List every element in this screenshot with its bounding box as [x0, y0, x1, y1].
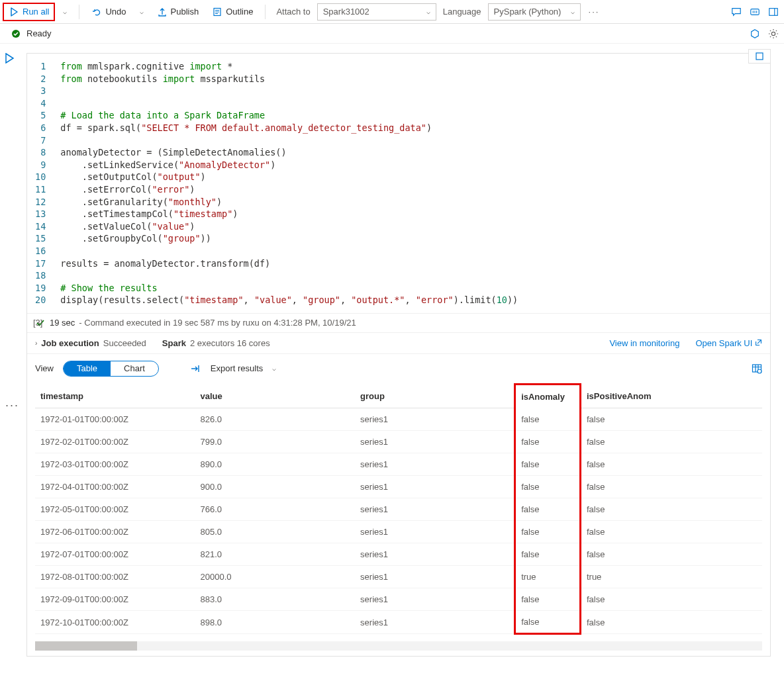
status-text: Ready [26, 28, 52, 38]
column-header[interactable]: group [355, 384, 515, 408]
spark-detail: 2 executors 16 cores [190, 338, 270, 348]
table-cell: false [515, 476, 581, 498]
language-label: Language [439, 7, 485, 17]
run-all-dropdown[interactable]: ⌵ [58, 3, 72, 21]
table-cell: series1 [355, 476, 515, 498]
table-cell: false [515, 588, 581, 611]
view-label: View [35, 363, 54, 373]
table-cell: 1972-03-01T00:00:00Z [35, 453, 195, 476]
column-header[interactable]: isPositiveAnom [580, 384, 762, 408]
table-cell: true [515, 566, 581, 588]
table-row: 1972-08-01T00:00:00Z20000.0series1truetr… [35, 566, 762, 588]
line-numbers: 1234567891011121314151617181920 [32, 60, 60, 306]
undo-dropdown[interactable]: ⌵ [134, 3, 149, 21]
table-cell: 799.0 [195, 431, 356, 453]
table-cell: 1972-08-01T00:00:00Z [35, 566, 195, 588]
scrollbar-thumb[interactable] [35, 641, 137, 651]
comment-icon[interactable] [731, 7, 742, 17]
column-header[interactable]: value [195, 384, 356, 408]
table-cell: series1 [355, 588, 515, 611]
table-cell: 890.0 [195, 453, 356, 476]
table-row: 1972-07-01T00:00:00Z821.0series1falsefal… [35, 543, 762, 566]
undo-button[interactable]: Undo [86, 3, 131, 21]
table-toggle[interactable]: Table [64, 361, 111, 376]
publish-icon [157, 7, 168, 17]
exec-detail: - Command executed in 19 sec 587 ms by r… [79, 318, 356, 328]
table-settings-icon[interactable] [752, 363, 762, 374]
table-cell: 1972-06-01T00:00:00Z [35, 521, 195, 543]
table-cell: series1 [355, 543, 515, 566]
code-source[interactable]: from mmlspark.cognitive import * from no… [60, 60, 518, 306]
variables-icon[interactable] [750, 7, 760, 17]
table-cell: 883.0 [195, 588, 356, 611]
more-actions-button[interactable]: ··· [583, 3, 605, 21]
table-cell: 900.0 [195, 476, 356, 498]
table-cell: 1972-10-01T00:00:00Z [35, 611, 195, 634]
table-row: 1972-02-01T00:00:00Z799.0series1falsefal… [35, 431, 762, 453]
table-cell: false [580, 498, 762, 521]
attach-to-label: Attach to [272, 7, 314, 17]
attach-to-select[interactable]: Spark31002 ⌵ [317, 3, 436, 21]
open-spark-ui-link[interactable]: Open Spark UI [695, 338, 762, 348]
job-execution-row[interactable]: › Job execution Succeeded Spark 2 execut… [27, 332, 770, 353]
chart-toggle[interactable]: Chart [111, 361, 158, 376]
column-header[interactable]: timestamp [35, 384, 195, 408]
outline-button[interactable]: Outline [207, 3, 258, 21]
hexagon-icon[interactable] [750, 28, 760, 39]
attach-to-value: Spark31002 [323, 7, 369, 17]
chevron-down-icon: ⌵ [571, 8, 575, 15]
table-cell: 20000.0 [195, 566, 356, 588]
chevron-down-icon: ⌵ [426, 8, 430, 15]
job-execution-label: Job execution [41, 338, 99, 348]
run-count: [3] [33, 318, 42, 328]
code-cell[interactable]: 1234567891011121314151617181920 from mml… [26, 53, 771, 657]
table-cell: series1 [355, 566, 515, 588]
table-cell: series1 [355, 431, 515, 453]
table-row: 1972-01-01T00:00:00Z826.0series1falsefal… [35, 408, 762, 431]
run-all-button[interactable]: Run all [3, 3, 55, 21]
export-results-button[interactable]: Export results [211, 363, 263, 373]
horizontal-scrollbar[interactable] [35, 641, 762, 651]
table-cell: false [580, 408, 762, 431]
table-cell: 898.0 [195, 611, 356, 634]
view-monitoring-link[interactable]: View in monitoring [609, 338, 679, 348]
table-cell: false [515, 431, 581, 453]
view-toggle: Table Chart [63, 361, 159, 377]
outline-label: Outline [226, 7, 253, 17]
table-cell: 1972-09-01T00:00:00Z [35, 588, 195, 611]
collapse-icon[interactable] [754, 51, 765, 62]
table-cell: series1 [355, 453, 515, 476]
table-cell: series1 [355, 611, 515, 634]
table-cell: false [515, 498, 581, 521]
table-row: 1972-06-01T00:00:00Z805.0series1falsefal… [35, 521, 762, 543]
table-cell: 1972-01-01T00:00:00Z [35, 408, 195, 431]
table-cell: true [580, 566, 762, 588]
table-cell: 766.0 [195, 498, 356, 521]
export-icon [191, 363, 201, 374]
publish-button[interactable]: Publish [152, 3, 205, 21]
table-cell: false [515, 543, 581, 566]
separator [79, 5, 79, 19]
table-cell: false [580, 453, 762, 476]
language-select[interactable]: PySpark (Python) ⌵ [488, 3, 581, 21]
ready-icon [11, 28, 21, 39]
cell-toolbar-collapsed [748, 49, 771, 64]
table-cell: series1 [355, 521, 515, 543]
svg-point-7 [758, 369, 761, 373]
chevron-right-icon: › [35, 340, 37, 347]
execution-status: [3] 19 sec - Command executed in 19 sec … [27, 313, 770, 332]
table-cell: false [515, 611, 581, 634]
table-cell: 805.0 [195, 521, 356, 543]
table-cell: 821.0 [195, 543, 356, 566]
cell-more-icon[interactable]: ··· [5, 398, 19, 412]
table-cell: 1972-07-01T00:00:00Z [35, 543, 195, 566]
table-cell: false [580, 476, 762, 498]
gear-icon[interactable] [768, 28, 779, 39]
undo-label: Undo [105, 7, 126, 17]
status-bar: Ready [0, 24, 784, 44]
table-cell: series1 [355, 498, 515, 521]
panel-icon[interactable] [768, 7, 779, 17]
run-cell-icon[interactable] [4, 53, 15, 64]
cell-area: ··· 1234567891011121314151617181920 from… [0, 44, 784, 663]
column-header[interactable]: isAnomaly [515, 384, 581, 408]
